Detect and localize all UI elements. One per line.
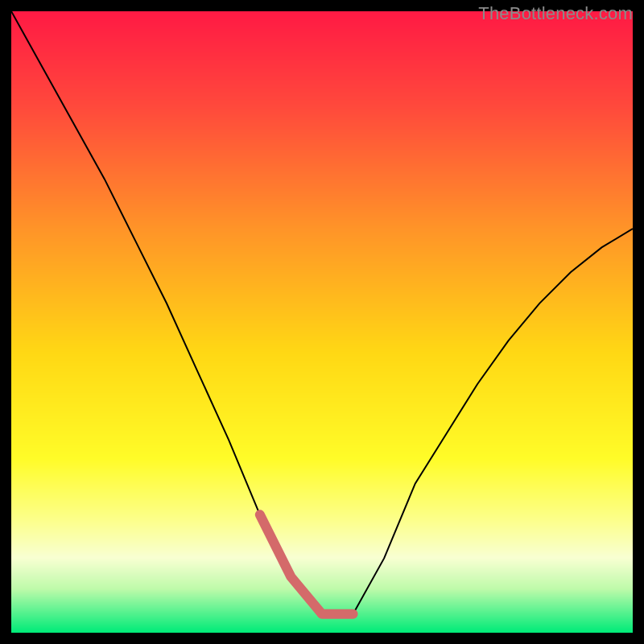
chart-frame: TheBottleneck.com xyxy=(0,0,644,644)
plot-area xyxy=(11,11,633,633)
watermark-text: TheBottleneck.com xyxy=(478,3,633,24)
